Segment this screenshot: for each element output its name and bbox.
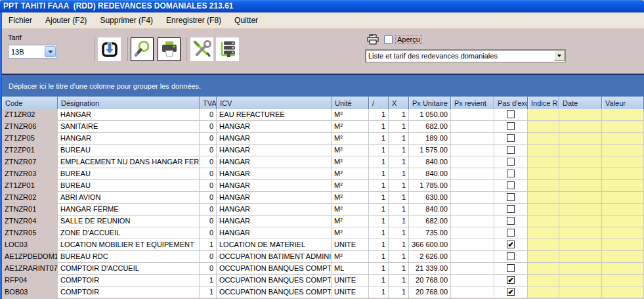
cell-tva: 0 [200, 192, 217, 204]
report-select[interactable]: Liste et tarif des redevances domaniales [365, 49, 566, 62]
column-header-px-unitaire[interactable]: Px Unitaire [409, 97, 451, 109]
tarif-select[interactable]: 13B [8, 45, 57, 58]
tools-button[interactable] [190, 37, 213, 61]
table-row[interactable]: ZTNZR06SANITAIRE0HANGARM²11682.00 [2, 121, 644, 133]
table-row[interactable]: ZTNZR07EMPLACEMENT NU DANS HANGAR FERM0H… [2, 156, 644, 168]
search-button[interactable] [131, 37, 154, 61]
pas-dexo-checkbox[interactable] [507, 158, 515, 166]
cell-pas-d-exo [494, 216, 528, 227]
cell-indice-r [528, 216, 559, 227]
app-window: PPT TAHITI FAAA (RDD) REDEVANCES DOMANIA… [0, 0, 644, 299]
table-row[interactable]: ZTNZR03BUREAU0HANGARM²11840.00 [2, 168, 644, 180]
column-header-icv[interactable]: ICV [217, 97, 332, 109]
pas-dexo-checkbox[interactable]: ✔ [507, 288, 515, 296]
cell-: 1 [369, 239, 389, 251]
menu-item-ajouter-f2[interactable]: Ajouter (F2) [39, 13, 93, 28]
cell-px-unitaire: 366 600.00 [409, 239, 451, 251]
cell-valeur [602, 216, 644, 227]
cell-icv: HANGAR [217, 168, 332, 180]
pas-dexo-checkbox[interactable] [507, 122, 515, 130]
database-button[interactable] [216, 37, 239, 61]
column-header-date[interactable]: Date [559, 97, 602, 109]
pas-dexo-checkbox[interactable] [507, 205, 515, 213]
table-row[interactable]: ZT2ZP01BUREAU0HANGARM²111 575.00 [2, 145, 644, 156]
table-row[interactable]: ZTNZR01HANGAR FERME0HANGARM²11840.00 [2, 204, 644, 216]
table-row[interactable]: LOC03LOCATION MOBILIER ET EQUIPEMENT1LOC… [2, 239, 644, 251]
pas-dexo-checkbox[interactable]: ✔ [507, 276, 515, 284]
title-bar[interactable]: PPT TAHITI FAAA (RDD) REDEVANCES DOMANIA… [0, 0, 644, 12]
import-button[interactable] [98, 37, 121, 61]
cell-code: ZTNZR06 [2, 121, 58, 133]
column-header-tva[interactable]: TVA [200, 97, 217, 109]
column-header-d-signation[interactable]: Désignation [58, 97, 200, 109]
cell-: 1 [369, 204, 389, 216]
table-row[interactable]: AE1ZPDEDOM1BUREAU RDC0OCCUPATION BATIMEN… [2, 251, 644, 263]
cell-px-revient [451, 192, 494, 204]
cell-pas-d-exo [494, 192, 528, 204]
cell-date [559, 168, 602, 180]
cell-date [559, 133, 602, 145]
cell-x: 1 [389, 227, 409, 239]
cell-pas-d-exo [494, 263, 528, 275]
cell-date [559, 251, 602, 263]
toolbar-separator [186, 37, 186, 61]
cell-unit: M² [332, 109, 369, 121]
pas-dexo-checkbox[interactable] [507, 193, 515, 201]
column-header-code[interactable]: Code [2, 97, 58, 109]
menu-item-quitter[interactable]: Quitter [228, 13, 265, 28]
table-row[interactable]: ZT1ZP01BUREAU0HANGARM²111 785.00 [2, 180, 644, 192]
cell-icv: HANGAR [217, 227, 332, 239]
pas-dexo-checkbox[interactable] [507, 252, 515, 260]
pas-dexo-checkbox[interactable] [507, 181, 515, 189]
menu-item-enregistrer-f8[interactable]: Enregistrer (F8) [160, 13, 228, 28]
table-row[interactable]: AE1ZRARINT07COMPTOIR D'ACCUEIL0OCCUPATIO… [2, 263, 644, 275]
pas-dexo-checkbox[interactable] [507, 110, 515, 118]
cell-px-unitaire: 682.00 [409, 121, 451, 133]
toolbar: Tarif 13B [2, 29, 644, 74]
apercu-label[interactable]: Aperçu [395, 35, 422, 44]
cell-unit: M² [332, 133, 369, 145]
cell-code: LOC03 [2, 239, 58, 251]
pas-dexo-checkbox[interactable] [507, 264, 515, 272]
column-header-x[interactable]: X [389, 97, 409, 109]
column-header-pas-d-exo[interactable]: Pas d'exo [494, 97, 528, 109]
pas-dexo-checkbox[interactable] [507, 146, 515, 154]
pas-dexo-checkbox[interactable] [507, 170, 515, 177]
pas-dexo-checkbox[interactable] [507, 229, 515, 237]
cell-code: ZTNZR02 [2, 192, 58, 204]
pas-dexo-checkbox[interactable] [507, 134, 515, 142]
group-by-bar[interactable]: Déplacer ici le titre d'une colonne pour… [2, 75, 644, 97]
menu-item-fichier[interactable]: Fichier [2, 13, 39, 28]
column-header-valeur[interactable]: Valeur [602, 97, 644, 109]
cell-unit: UNITE [332, 239, 369, 251]
table-row[interactable]: ZTNZR05ZONE D'ACCUEIL0HANGARM²11735.00 [2, 227, 644, 239]
cell-: 1 [369, 156, 389, 168]
table-row[interactable]: ZT1ZR02HANGAR0EAU REFACTUREEM²111 050.00 [2, 109, 644, 121]
cell-date [559, 121, 602, 133]
chevron-down-icon[interactable] [45, 46, 56, 57]
column-header-[interactable]: / [369, 97, 389, 109]
pas-dexo-checkbox[interactable]: ✔ [507, 241, 515, 248]
table-row[interactable]: ZT1ZP05HANGAR0HANGARM²11189.00 [2, 133, 644, 145]
tools-icon [192, 39, 212, 59]
column-header-indice-r[interactable]: Indice R [528, 97, 559, 109]
print-button[interactable] [158, 37, 181, 61]
toolbar-separator [127, 37, 128, 61]
cell-code: AE1ZPDEDOM1 [2, 251, 58, 263]
column-header-unit[interactable]: Unité [332, 97, 369, 109]
cell-pas-d-exo [494, 133, 528, 145]
pas-dexo-checkbox[interactable] [507, 217, 515, 225]
table-row[interactable]: ZTNZR02ABRI AVION0HANGARM²11630.00 [2, 192, 644, 204]
cell-d-signation: HANGAR [58, 133, 200, 145]
apercu-checkbox[interactable] [384, 35, 393, 44]
menu-item-supprimer-f4[interactable]: Supprimer (F4) [93, 13, 160, 28]
table-row[interactable]: BOB03COMPTOIR1OCCUPATION BANQUES COMPTIU… [2, 287, 644, 298]
cell-d-signation: BUREAU [58, 168, 200, 180]
table-row[interactable]: ZTNZR04SALLE DE REUNION0HANGARM²11682.00 [2, 216, 644, 227]
cell-x: 1 [389, 251, 409, 263]
cell-tva: 1 [200, 275, 217, 287]
cell-code: ZTNZR07 [2, 156, 58, 168]
table-row[interactable]: RFP04COMPTOIR1OCCUPATION BANQUES COMPTIU… [2, 275, 644, 287]
column-header-px-revient[interactable]: Px revient [451, 97, 494, 109]
chevron-down-icon[interactable] [554, 51, 565, 61]
